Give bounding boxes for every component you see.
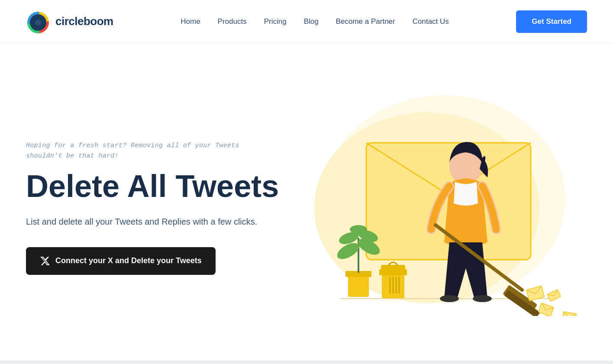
hero-illustration <box>293 78 587 320</box>
logo-icon <box>26 9 52 35</box>
svg-point-15 <box>350 225 367 234</box>
nav-item-products[interactable]: Products <box>218 17 247 26</box>
svg-rect-18 <box>381 265 405 270</box>
illustration-svg <box>297 82 583 316</box>
svg-rect-17 <box>379 269 407 275</box>
nav-item-contact[interactable]: Contact Us <box>413 17 449 26</box>
nav-item-home[interactable]: Home <box>181 17 200 26</box>
nav-links: Home Products Pricing Blog Become a Part… <box>181 17 449 26</box>
svg-rect-42 <box>547 290 561 301</box>
svg-point-2 <box>35 19 41 26</box>
hero-section: Hoping for a fresh start? Removing all o… <box>0 43 613 364</box>
nav-item-pricing[interactable]: Pricing <box>264 17 287 26</box>
hero-subtitle: List and delete all your Tweets and Repl… <box>26 215 286 228</box>
connect-x-button[interactable]: Connect your X and Delete your Tweets <box>26 247 216 275</box>
hero-title: Delete All Tweets <box>26 170 286 203</box>
x-icon <box>40 256 50 266</box>
bottom-bar <box>0 361 613 364</box>
navbar: circleboom Home Products Pricing Blog Be… <box>0 0 613 43</box>
svg-point-26 <box>473 295 492 302</box>
hero-left: Hoping for a fresh start? Removing all o… <box>26 123 286 275</box>
logo-link[interactable]: circleboom <box>26 9 113 35</box>
hero-tagline: Hoping for a fresh start? Removing all o… <box>26 141 286 161</box>
nav-item-blog[interactable]: Blog <box>304 17 319 26</box>
logo-text: circleboom <box>55 15 113 28</box>
svg-rect-33 <box>538 303 554 316</box>
nav-item-partner[interactable]: Become a Partner <box>336 17 395 26</box>
cta-button-label: Connect your X and Delete your Tweets <box>55 256 202 265</box>
svg-point-25 <box>440 295 459 302</box>
get-started-button[interactable]: Get Started <box>516 10 587 33</box>
